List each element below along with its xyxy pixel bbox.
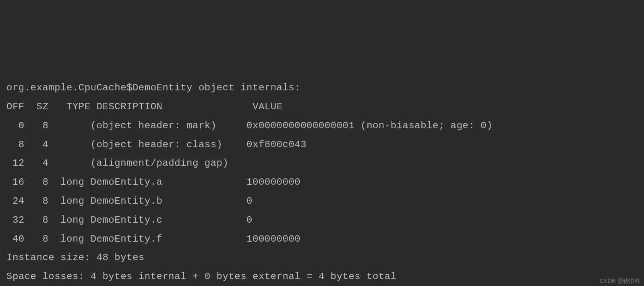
header-description: DESCRIPTION bbox=[97, 101, 163, 112]
title-line: org.example.CpuCache$DemoEntity object i… bbox=[6, 82, 300, 93]
table-rows: 0 8 (object header: mark) 0x000000000000… bbox=[6, 120, 493, 244]
header-line: OFF SZ TYPE DESCRIPTION VALUE bbox=[6, 101, 283, 112]
instance-size-line: Instance size: 48 bytes bbox=[6, 252, 145, 263]
header-type: TYPE bbox=[66, 101, 91, 112]
space-losses-line: Space losses: 4 bytes internal + 0 bytes… bbox=[6, 271, 397, 282]
header-off: OFF bbox=[6, 101, 25, 112]
header-value: VALUE bbox=[253, 101, 283, 112]
header-sz: SZ bbox=[37, 101, 49, 112]
console-output: org.example.CpuCache$DemoEntity object i… bbox=[6, 79, 638, 286]
watermark: CSDN @猪悟道 bbox=[600, 278, 640, 284]
